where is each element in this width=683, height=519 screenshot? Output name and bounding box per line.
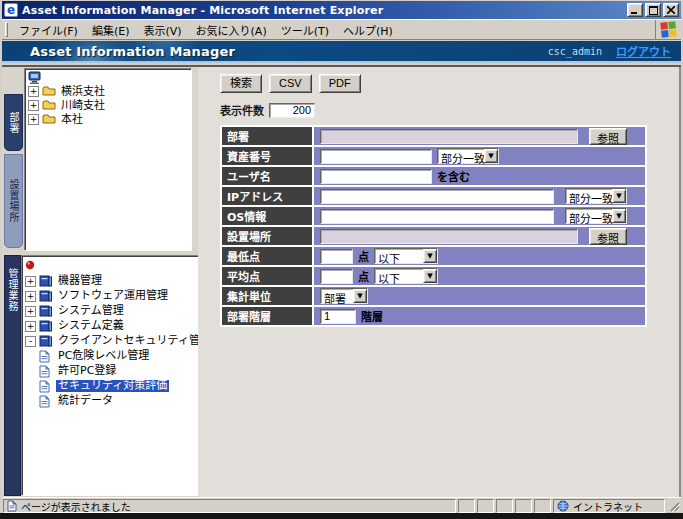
form-toolbar: 検索 CSV PDF bbox=[220, 74, 679, 93]
csv-button[interactable]: CSV bbox=[269, 74, 312, 93]
expand-icon[interactable]: + bbox=[28, 100, 39, 111]
points-label: 点 bbox=[358, 248, 369, 264]
chevron-down-icon[interactable]: ▼ bbox=[423, 269, 437, 283]
left-column: 部署 設置場所 + bbox=[2, 67, 194, 497]
contains-label: を含む bbox=[437, 168, 470, 184]
avg-score-condition-select[interactable]: 以下 ▼ bbox=[374, 268, 438, 284]
tree-item[interactable]: 許可PC登録 bbox=[39, 364, 213, 378]
tree-item[interactable]: + 横浜支社 bbox=[28, 85, 191, 98]
search-form: 部署 参照 資産番号 部分一致 ▼ bbox=[220, 125, 647, 327]
tab-location[interactable]: 設置場所 bbox=[4, 154, 23, 248]
tree-item[interactable]: + システム管理 bbox=[25, 304, 213, 318]
pdf-button[interactable]: PDF bbox=[319, 74, 361, 93]
ip-address-input[interactable] bbox=[320, 189, 554, 204]
chevron-down-icon[interactable]: ▼ bbox=[353, 289, 367, 303]
book-icon bbox=[39, 320, 53, 333]
points-label: 点 bbox=[358, 268, 369, 284]
asset-number-match-select[interactable]: 部分一致 ▼ bbox=[437, 148, 499, 164]
form-row-os-info: OS情報 部分一致 ▼ bbox=[222, 207, 645, 225]
min-score-condition-select[interactable]: 以下 ▼ bbox=[374, 248, 438, 264]
expand-icon[interactable]: + bbox=[25, 291, 36, 302]
status-pane bbox=[534, 499, 551, 513]
collapse-icon[interactable]: - bbox=[25, 336, 36, 347]
red-ball-icon bbox=[25, 260, 39, 273]
chevron-down-icon[interactable]: ▼ bbox=[612, 189, 626, 203]
close-button[interactable] bbox=[663, 3, 679, 17]
menu-favorites[interactable]: お気に入り(A) bbox=[189, 20, 274, 40]
status-message-section: ページが表示されました bbox=[3, 499, 456, 513]
tree-item[interactable]: + 本社 bbox=[28, 113, 191, 126]
form-row-department: 部署 参照 bbox=[222, 127, 645, 145]
user-name-input[interactable] bbox=[320, 169, 432, 184]
os-match-select[interactable]: 部分一致 ▼ bbox=[565, 208, 627, 224]
folder-icon bbox=[42, 99, 56, 112]
windows-logo bbox=[655, 20, 681, 39]
menu-help[interactable]: ヘルプ(H) bbox=[336, 20, 400, 40]
avg-score-input[interactable] bbox=[320, 269, 353, 284]
os-info-input[interactable] bbox=[320, 209, 554, 224]
expand-icon[interactable]: + bbox=[25, 306, 36, 317]
tab-admin-tasks[interactable]: 管理業務 bbox=[4, 255, 21, 496]
ip-match-select[interactable]: 部分一致 ▼ bbox=[565, 188, 627, 204]
menu-view[interactable]: 表示(V) bbox=[136, 20, 188, 40]
expand-icon[interactable]: + bbox=[28, 114, 39, 125]
tree-root-computer[interactable] bbox=[28, 71, 191, 84]
expand-icon[interactable]: + bbox=[28, 86, 39, 97]
display-count-input[interactable] bbox=[269, 103, 315, 118]
status-pane bbox=[515, 499, 532, 513]
min-score-input[interactable] bbox=[320, 249, 353, 264]
tab-department[interactable]: 部署 bbox=[4, 94, 23, 151]
tree-item-selected[interactable]: セキュリティ対策評価 bbox=[39, 379, 213, 393]
tree-item[interactable]: PC危険レベル管理 bbox=[39, 349, 213, 363]
chevron-down-icon[interactable]: ▼ bbox=[423, 249, 437, 263]
department-browse-button[interactable]: 参照 bbox=[589, 128, 627, 145]
form-row-location: 設置場所 参照 bbox=[222, 227, 645, 245]
location-browse-button[interactable]: 参照 bbox=[589, 228, 627, 245]
app-title: Asset Information Manager bbox=[30, 44, 548, 59]
department-tabstrip: 部署 設置場所 bbox=[4, 68, 24, 251]
window-title: Asset Information Manager - Microsoft In… bbox=[22, 4, 625, 17]
tree-item[interactable]: + 機器管理 bbox=[25, 274, 213, 288]
department-tier-input[interactable] bbox=[320, 309, 356, 324]
expand-icon[interactable]: + bbox=[25, 321, 36, 332]
book-icon bbox=[39, 275, 53, 288]
display-count-label: 表示件数 bbox=[220, 102, 264, 118]
form-row-avg-score: 平均点 点 以下 ▼ bbox=[222, 267, 645, 285]
tree-item[interactable]: + 川崎支社 bbox=[28, 99, 191, 112]
toolbar-grip[interactable] bbox=[5, 22, 8, 37]
form-row-ip-address: IPアドレス 部分一致 ▼ bbox=[222, 187, 645, 205]
status-message: ページが表示されました bbox=[21, 499, 131, 514]
task-panel: 管理業務 + 機器管理 bbox=[2, 255, 194, 497]
menu-file[interactable]: ファイル(F) bbox=[12, 20, 85, 40]
status-pane bbox=[477, 499, 494, 513]
security-zone-label: イントラネット bbox=[573, 499, 643, 514]
chevron-down-icon[interactable]: ▼ bbox=[484, 149, 498, 163]
tree-item[interactable]: - クライアントセキュリティ管理 bbox=[25, 334, 213, 348]
logout-link[interactable]: ログアウト bbox=[616, 43, 671, 59]
department-panel: 部署 設置場所 + bbox=[2, 67, 194, 251]
folder-icon bbox=[42, 113, 56, 126]
status-bar: ページが表示されました イントラネット bbox=[2, 497, 681, 513]
page-icon bbox=[39, 395, 53, 408]
tree-item[interactable]: 統計データ bbox=[39, 394, 213, 408]
menu-edit[interactable]: 編集(E) bbox=[85, 20, 137, 40]
resize-grip[interactable] bbox=[667, 499, 680, 512]
location-input bbox=[320, 229, 578, 244]
computer-icon bbox=[28, 71, 42, 84]
book-icon bbox=[39, 335, 53, 348]
chevron-down-icon[interactable]: ▼ bbox=[612, 209, 626, 223]
tree-item[interactable]: + システム定義 bbox=[25, 319, 213, 333]
search-button[interactable]: 検索 bbox=[220, 74, 262, 93]
title-bar: e Asset Information Manager - Microsoft … bbox=[2, 1, 681, 19]
tree-item[interactable]: + ソフトウェア運用管理 bbox=[25, 289, 213, 303]
tree-root-ball[interactable] bbox=[25, 259, 213, 273]
menu-tools[interactable]: ツール(T) bbox=[274, 20, 336, 40]
aggregate-unit-select[interactable]: 部署 ▼ bbox=[320, 288, 368, 304]
asset-number-input[interactable] bbox=[320, 149, 432, 164]
expand-icon[interactable]: + bbox=[25, 276, 36, 287]
app-header: Asset Information Manager csc_admin ログアウ… bbox=[2, 41, 681, 63]
book-icon bbox=[39, 290, 53, 303]
minimize-button[interactable] bbox=[627, 3, 643, 17]
logged-in-user: csc_admin bbox=[548, 46, 602, 57]
maximize-button[interactable] bbox=[645, 3, 661, 17]
